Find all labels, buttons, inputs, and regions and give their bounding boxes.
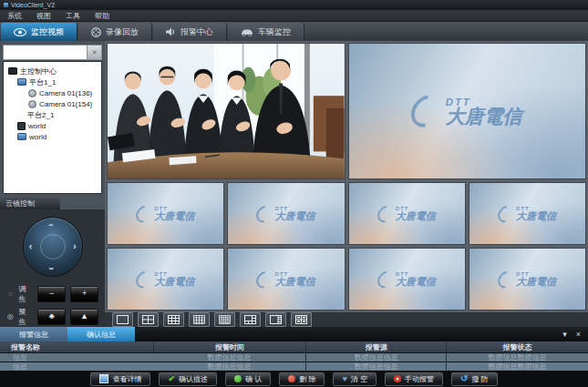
menu-tools[interactable]: 工具: [66, 11, 80, 21]
grid-16-icon: [193, 315, 205, 324]
tree-item-world-1[interactable]: world: [4, 120, 101, 131]
focus-label: 聚焦: [18, 307, 33, 327]
tree-item-camera-154[interactable]: Camera 01(154): [4, 98, 101, 109]
tree-item-platform2[interactable]: 平台2_1: [4, 109, 101, 120]
button-label: 删 除: [299, 374, 315, 384]
tab-vehicle-monitor[interactable]: 车辆监控: [228, 23, 304, 41]
crescent-icon: [494, 268, 517, 291]
grid-9-icon: [168, 315, 180, 324]
tab-alarm-center[interactable]: 报警中心: [153, 23, 227, 41]
logo-name: 大唐電信: [396, 211, 436, 221]
grid-25-icon: [219, 315, 231, 324]
table-row[interactable]: 信息 数据信息信息 数据信息信息 数据信息数据信息: [0, 362, 588, 371]
video-cell[interactable]: DTT大唐電信: [469, 182, 586, 245]
alarm-tab-bar: 报警信息 确认信息 ▾ ×: [0, 327, 588, 341]
tab-confirm-info[interactable]: 确认信息: [67, 327, 135, 341]
video-cell[interactable]: DTT大唐電信: [348, 182, 466, 245]
title-bar: VideoClient_V2: [0, 0, 588, 10]
ptz-left-arrow[interactable]: ›: [29, 242, 32, 251]
camera-icon: [28, 100, 36, 108]
chevron-down-icon[interactable]: ˅: [87, 46, 101, 59]
menu-bar: 系统 视图 工具 帮助: [0, 10, 588, 22]
video-cell-logo[interactable]: DTT 大唐電信: [348, 43, 587, 179]
crescent-icon: [374, 268, 397, 291]
dtt-logo: DTT大唐電信: [378, 205, 436, 223]
menu-system[interactable]: 系统: [7, 11, 22, 21]
monitor-blue-icon: [17, 133, 26, 140]
camera-icon: [28, 89, 36, 97]
video-cell[interactable]: DTT大唐電信: [469, 248, 586, 311]
tree-item-world-2[interactable]: world: [4, 131, 101, 142]
close-panel-icon[interactable]: ×: [576, 330, 581, 339]
zoom-label: 调焦: [18, 284, 33, 304]
clear-icon: ♥: [342, 374, 346, 383]
layout-1plus5-button[interactable]: [240, 312, 261, 327]
details-icon: [99, 374, 108, 383]
crescent-icon: [133, 202, 156, 226]
button-label: 清 空: [351, 374, 367, 384]
dtt-logo: DTT大唐電信: [137, 270, 194, 289]
disarm-button[interactable]: ↺ 撤 防: [451, 372, 498, 386]
logo-name: 大唐電信: [274, 277, 315, 287]
layout-button-bar: [105, 312, 588, 327]
zoom-in-button[interactable]: +: [70, 286, 98, 302]
video-cell[interactable]: DTT大唐電信: [107, 248, 224, 311]
layout-1plus7-button[interactable]: [265, 312, 286, 327]
video-cell[interactable]: DTT大唐電信: [348, 248, 466, 311]
confirm-description-button[interactable]: ✔ 确认描述: [159, 372, 217, 386]
zoom-out-button[interactable]: −: [37, 286, 66, 302]
layout-4-button[interactable]: [138, 312, 159, 327]
crescent-icon: [133, 268, 156, 291]
focus-far-button[interactable]: ▲: [70, 309, 98, 325]
logo-name: 大唐電信: [516, 277, 556, 287]
layout-1-button[interactable]: [112, 312, 133, 327]
tree-item-label: Camera 01(154): [39, 100, 92, 108]
ptz-dpad[interactable]: › › › ›: [23, 217, 83, 277]
device-combo[interactable]: ˅: [3, 45, 102, 60]
tab-alarm-info[interactable]: 报警信息: [0, 327, 67, 341]
manual-alarm-button[interactable]: 手动报警: [385, 372, 443, 386]
button-label: 查看详情: [112, 374, 141, 384]
video-cell-live[interactable]: [107, 43, 346, 179]
alarm-table-header: 报警名称 报警时间 报警源 报警状态: [0, 341, 588, 352]
layout-16-button[interactable]: [189, 312, 210, 327]
tree-item-platform1[interactable]: 平台1_1: [4, 76, 101, 87]
ptz-down-arrow[interactable]: ›: [46, 267, 55, 270]
disarm-icon: ↺: [460, 375, 468, 382]
clear-button[interactable]: ♥ 清 空: [333, 372, 377, 386]
speaker-icon: [166, 27, 176, 36]
collapse-panel-icon[interactable]: ▾: [562, 330, 567, 339]
crescent-icon: [253, 268, 276, 291]
delete-button[interactable]: 删 除: [279, 372, 325, 386]
focus-near-button[interactable]: ♣: [37, 309, 66, 325]
tab-playback[interactable]: 录像回放: [78, 23, 152, 41]
logo-name: 大唐電信: [274, 211, 315, 221]
menu-view[interactable]: 视图: [36, 11, 51, 21]
tree-item-camera-136[interactable]: Camera 01(136): [4, 87, 101, 98]
view-details-button[interactable]: 查看详情: [90, 372, 150, 386]
tab-label: 报警中心: [181, 26, 213, 38]
crescent-icon: [405, 89, 449, 134]
delete-dot-icon: [288, 375, 295, 382]
video-cell[interactable]: DTT大唐電信: [227, 182, 345, 245]
layout-9-button[interactable]: [163, 312, 184, 327]
confirm-dot-icon: [234, 375, 242, 382]
alarm-panel: 报警信息 确认信息 ▾ × 报警名称 报警时间 报警源 报警状态 信息 数据信息…: [0, 327, 588, 371]
video-cell[interactable]: DTT大唐電信: [107, 182, 224, 245]
table-row[interactable]: 信息 数据信息信息 数据信息信息 数据信息数据信息: [0, 353, 588, 362]
menu-help[interactable]: 帮助: [95, 11, 109, 21]
layout-8-button[interactable]: [291, 312, 312, 327]
tree-item-label: 平台2_1: [27, 110, 54, 120]
tab-monitor-video[interactable]: 监控视频: [1, 23, 77, 41]
tab-label: 车辆监控: [258, 26, 291, 38]
layout-25-button[interactable]: [214, 312, 235, 327]
window-title: VideoClient_V2: [11, 2, 55, 8]
confirm-button[interactable]: 确 认: [225, 372, 271, 386]
ptz-up-arrow[interactable]: ›: [46, 223, 55, 226]
dtt-logo: DTT大唐電信: [499, 205, 556, 223]
tab-label: 录像回放: [106, 26, 139, 38]
video-cell[interactable]: DTT大唐電信: [227, 248, 345, 311]
grid-1plus7-icon: [270, 315, 282, 324]
tree-item-main-center[interactable]: 主控制中心: [4, 66, 101, 76]
ptz-right-arrow[interactable]: ›: [73, 242, 76, 251]
